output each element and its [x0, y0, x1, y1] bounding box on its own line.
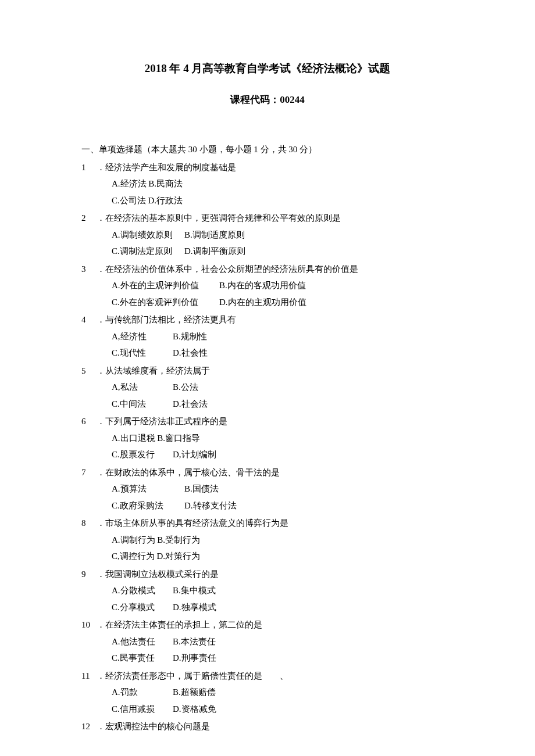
options-block: A.经济法 B.民商法C.公司法 D.行政法: [81, 175, 454, 209]
option-row: C.外在的客观评判价值D.内在的主观功用价值: [112, 294, 454, 311]
option-row: A.经济法 B.民商法: [112, 175, 454, 192]
question-number: 7: [81, 464, 97, 481]
question-number: 5: [81, 363, 97, 379]
question-2: 2．在经济法的基本原则中，更强调符合规律和公平有效的原则是A.调制绩效原则B.调…: [81, 210, 454, 260]
option-row: A.分散模式B.集中模式: [112, 582, 454, 599]
option: A.经济法 B.民商法: [112, 175, 183, 192]
question-text: ．与传统部门法相比，经济法更具有: [97, 311, 454, 328]
option: D.资格减免: [173, 701, 216, 718]
option-row: A.他法责任B.本法责任: [112, 633, 454, 650]
question-stem: 3．在经济法的价值体系中，社会公众所期望的经济法所具有的价值是: [81, 261, 454, 278]
option: A,私法: [112, 379, 173, 396]
option: A.调制行为 B.受制行为: [112, 532, 200, 549]
option: C.分享模式: [112, 599, 173, 616]
option: A,经济性: [112, 328, 173, 345]
question-text: ．经济法责任形态中，属于赔偿性责任的是 、: [97, 668, 454, 685]
option: B.超额赔偿: [173, 684, 216, 701]
option: D.转移支付法: [184, 497, 237, 514]
option-row: C.分享模式D.独享模式: [112, 599, 454, 616]
title-year: 2018: [145, 62, 167, 74]
question-stem: 8．市场主体所从事的具有经济法意义的博弈行为是: [81, 515, 454, 532]
question-stem: 6．下列属于经济法非正式程序的是: [81, 413, 454, 430]
question-number: 8: [81, 515, 97, 532]
question-6: 6．下列属于经济法非正式程序的是A.出口退税 B.窗口指导C.股票发行D,计划编…: [81, 413, 454, 463]
question-12: 12．宏观调控法中的核心问题是: [81, 718, 454, 735]
options-block: A,私法B.公法C.中间法D.社会法: [81, 379, 454, 412]
options-block: A.外在的主观评判价值B.内在的客观功用价值C.外在的客观评判价值D.内在的主观…: [81, 277, 454, 310]
question-number: 6: [81, 413, 97, 430]
options-block: A.他法责任B.本法责任C.民事责任D.刑事责任: [81, 633, 454, 667]
option: C.外在的客观评判价值: [112, 294, 219, 311]
option: B.调制适度原则: [184, 227, 245, 243]
option-row: A,经济性B.规制性: [112, 328, 454, 345]
option: B.国债法: [184, 481, 219, 497]
question-text: ．在财政法的体系中，属于核心法、骨干法的是: [97, 464, 454, 481]
question-stem: 9．我国调制立法权模式采行的是: [81, 566, 454, 583]
question-text: ．在经济法的价值体系中，社会公众所期望的经济法所具有的价值是: [97, 261, 454, 278]
option-row: A.罚款B.超额赔偿: [112, 684, 454, 701]
option: A.罚款: [112, 684, 173, 701]
question-11: 11．经济法责任形态中，属于赔偿性责任的是 、A.罚款B.超额赔偿C.信用减损D…: [81, 668, 454, 718]
option: B.集中模式: [173, 582, 216, 599]
question-text: ．从法域维度看，经济法属于: [97, 363, 454, 379]
option: C.信用减损: [112, 701, 173, 718]
option: C.政府采购法: [112, 497, 184, 514]
option-row: C.现代性D.社会性: [112, 345, 454, 361]
question-stem: 4．与传统部门法相比，经济法更具有: [81, 311, 454, 328]
question-text: ．我国调制立法权模式采行的是: [97, 566, 454, 583]
question-3: 3．在经济法的价值体系中，社会公众所期望的经济法所具有的价值是A.外在的主观评判…: [81, 261, 454, 311]
option: C.公司法 D.行政法: [112, 192, 183, 209]
question-9: 9．我国调制立法权模式采行的是A.分散模式B.集中模式C.分享模式D.独享模式: [81, 566, 454, 616]
question-stem: 2．在经济法的基本原则中，更强调符合规律和公平有效的原则是: [81, 210, 454, 227]
options-block: A,经济性B.规制性C.现代性D.社会性: [81, 328, 454, 361]
question-stem: 7．在财政法的体系中，属于核心法、骨干法的是: [81, 464, 454, 481]
option: B.本法责任: [173, 633, 216, 650]
option: D.刑事责任: [173, 650, 216, 667]
option-row: A.预算法B.国债法: [112, 481, 454, 497]
question-number: 1: [81, 159, 97, 176]
option-row: C.中间法D.社会法: [112, 396, 454, 413]
option-row: C.民事责任D.刑事责任: [112, 650, 454, 667]
option: D.内在的主观功用价值: [219, 294, 306, 311]
question-stem: 1．经济法学产生和发展的制度基础是: [81, 159, 454, 176]
question-text: ．在经济法主体责任的承担上，第二位的是: [97, 617, 454, 633]
course-code: 00244: [280, 94, 305, 105]
section-header: 一、单项选择题（本大题共 30 小题，每小题 1 分，共 30 分）: [81, 141, 454, 158]
options-block: A.调制行为 B.受制行为C,调控行为 D.对策行为: [81, 532, 454, 565]
question-number: 2: [81, 210, 97, 227]
question-number: 10: [81, 617, 97, 633]
options-block: A.罚款B.超额赔偿C.信用减损D.资格减免: [81, 684, 454, 717]
course-code-line: 课程代码：00244: [81, 91, 454, 109]
question-text: ．宏观调控法中的核心问题是: [97, 718, 454, 735]
question-stem: 12．宏观调控法中的核心问题是: [81, 718, 454, 735]
option: C.调制法定原则: [112, 243, 184, 260]
option: B.公法: [173, 379, 198, 396]
option-row: C.政府采购法D.转移支付法: [112, 497, 454, 514]
option-row: A.调制绩效原则B.调制适度原则: [112, 227, 454, 243]
exam-title: 2018 年 4 月高等教育自学考试《经济法概论》试题: [81, 58, 454, 79]
option: C.民事责任: [112, 650, 173, 667]
option: C.现代性: [112, 345, 173, 361]
question-number: 4: [81, 311, 97, 328]
question-text: ．下列属于经济法非正式程序的是: [97, 413, 454, 430]
question-text: ．在经济法的基本原则中，更强调符合规律和公平有效的原则是: [97, 210, 454, 227]
option-row: C.信用减损D.资格减免: [112, 701, 454, 718]
question-text: ．经济法学产生和发展的制度基础是: [97, 159, 454, 176]
option: D.独享模式: [173, 599, 216, 616]
options-block: A.分散模式B.集中模式C.分享模式D.独享模式: [81, 582, 454, 615]
option: A.预算法: [112, 481, 184, 497]
option: D.调制平衡原则: [184, 243, 245, 260]
question-10: 10．在经济法主体责任的承担上，第二位的是A.他法责任B.本法责任C.民事责任D…: [81, 617, 454, 667]
title-month: 4: [183, 62, 189, 74]
options-block: A.出口退税 B.窗口指导C.股票发行D,计划编制: [81, 430, 454, 463]
option: C,调控行为 D.对策行为: [112, 548, 200, 565]
option-row: C,调控行为 D.对策行为: [112, 548, 454, 565]
option-row: C.调制法定原则D.调制平衡原则: [112, 243, 454, 260]
question-text: ．市场主体所从事的具有经济法意义的博弈行为是: [97, 515, 454, 532]
option: D,计划编制: [173, 446, 216, 463]
question-stem: 11．经济法责任形态中，属于赔偿性责任的是 、: [81, 668, 454, 685]
option-row: A,私法B.公法: [112, 379, 454, 396]
option: A.出口退税 B.窗口指导: [112, 430, 200, 447]
option: D.社会性: [173, 345, 208, 361]
option: A.调制绩效原则: [112, 227, 184, 243]
